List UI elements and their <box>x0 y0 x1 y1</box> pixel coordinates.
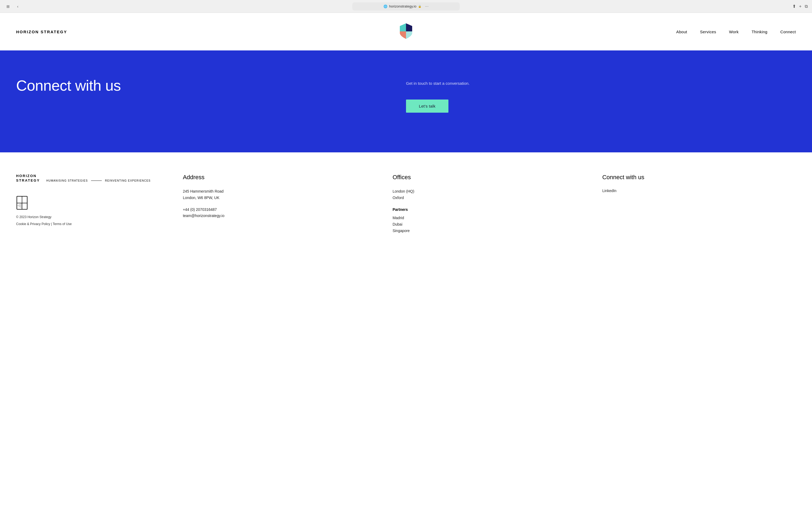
back-button[interactable]: ‹ <box>14 3 21 10</box>
footer-columns: Address 245 Hammersmith Road London, W6 … <box>167 174 796 234</box>
tagline-divider <box>91 180 102 181</box>
address-phone: +44 (0) 2070316487 <box>183 207 376 213</box>
lock-icon: 🔒 <box>418 5 421 8</box>
terms-link[interactable]: Terms of Use <box>53 222 72 226</box>
linkedin-link[interactable]: LinkedIn <box>602 188 616 193</box>
share-button[interactable]: ⬆ <box>793 4 796 9</box>
tabs-button[interactable]: ⧉ <box>805 4 808 9</box>
site-header: HORIZON STRATEGY About Services Work Thi… <box>0 13 812 50</box>
cta-left: Connect with us <box>16 77 406 94</box>
address-title: Address <box>183 174 376 181</box>
offices-title: Offices <box>393 174 586 181</box>
footer-col-address: Address 245 Hammersmith Road London, W6 … <box>183 174 376 234</box>
office-oxford: Oxford <box>393 195 586 201</box>
office-singapore: Singapore <box>393 228 586 234</box>
partners-label: Partners <box>393 207 586 213</box>
new-tab-button[interactable]: + <box>799 4 802 9</box>
connect-title: Connect with us <box>602 174 796 181</box>
nav-connect[interactable]: Connect <box>780 30 796 34</box>
address-line2: London, W6 8PW, UK <box>183 195 376 201</box>
cta-title: Connect with us <box>16 77 406 94</box>
tagline-right: REINVENTING EXPERIENCES <box>105 179 151 182</box>
globe-icon: 🌐 <box>384 5 388 8</box>
footer-legal-links: Cookie & Privacy Policy | Terms of Use <box>16 222 151 226</box>
url-text: horizonstrategy.io <box>389 4 416 8</box>
footer-tagline: HUMANISING STRATEGIES REINVENTING EXPERI… <box>46 179 151 182</box>
footer-logo-icon <box>16 196 28 210</box>
more-options-icon[interactable]: ··· <box>425 4 428 9</box>
nav-about[interactable]: About <box>676 30 687 34</box>
cta-subtitle: Get in touch to start a conversation. <box>406 80 470 87</box>
browser-chrome: ⊞ ‹ 🌐 horizonstrategy.io 🔒 ··· ⬆ + ⧉ <box>0 0 812 13</box>
cookie-privacy-link[interactable]: Cookie & Privacy Policy <box>16 222 50 226</box>
address-line1: 245 Hammersmith Road <box>183 188 376 195</box>
office-dubai: Dubai <box>393 221 586 228</box>
office-london: London (HQ) <box>393 188 586 195</box>
cta-section: Connect with us Get in touch to start a … <box>0 50 812 152</box>
site-logo: HORIZON STRATEGY <box>16 30 67 34</box>
site-nav: About Services Work Thinking Connect <box>676 30 796 34</box>
address-email: team@horizonstrategy.io <box>183 213 376 219</box>
logo-icon-center <box>399 23 413 41</box>
footer-brand: HORIZONSTRATEGY HUMANISING STRATEGIES RE… <box>16 174 151 234</box>
browser-controls-left: ⊞ ‹ <box>4 3 21 10</box>
footer-copyright: © 2023 Horizon Strategy <box>16 215 151 219</box>
sidebar-toggle-button[interactable]: ⊞ <box>4 3 12 10</box>
nav-services[interactable]: Services <box>700 30 716 34</box>
address-bar[interactable]: 🌐 horizonstrategy.io 🔒 ··· <box>352 2 460 10</box>
nav-thinking[interactable]: Thinking <box>752 30 767 34</box>
footer-col-connect: Connect with us LinkedIn <box>602 174 796 234</box>
site-footer: HORIZONSTRATEGY HUMANISING STRATEGIES RE… <box>0 152 812 256</box>
nav-work[interactable]: Work <box>729 30 739 34</box>
cta-right: Get in touch to start a conversation. Le… <box>406 77 796 113</box>
office-madrid: Madrid <box>393 215 586 221</box>
footer-col-offices: Offices London (HQ) Oxford Partners Madr… <box>393 174 586 234</box>
footer-logo-text: HORIZONSTRATEGY <box>16 174 40 183</box>
lets-talk-button[interactable]: Let's talk <box>406 100 448 113</box>
tagline-left: HUMANISING STRATEGIES <box>46 179 88 182</box>
logo-text: HORIZON STRATEGY <box>16 30 67 34</box>
browser-controls-right: ⬆ + ⧉ <box>793 4 808 9</box>
